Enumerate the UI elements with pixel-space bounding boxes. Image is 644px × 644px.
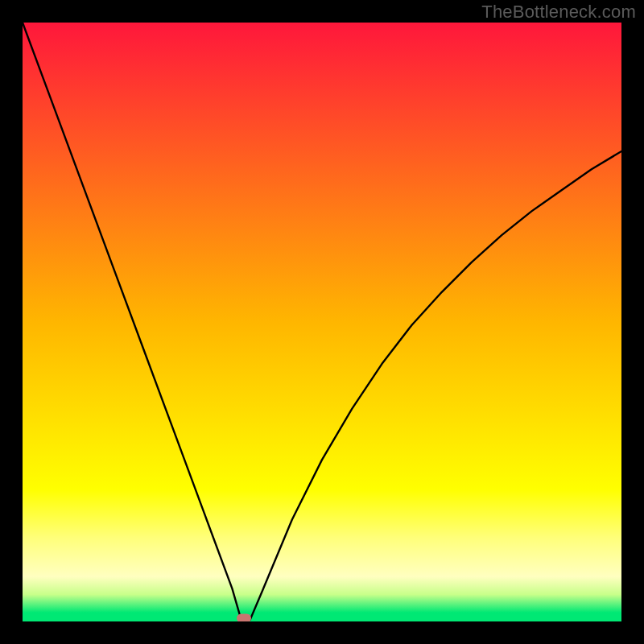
plot-area xyxy=(23,23,621,621)
watermark-text: TheBottleneck.com xyxy=(481,2,636,23)
bottleneck-curve xyxy=(23,23,621,621)
optimum-marker xyxy=(237,613,251,621)
chart-frame: TheBottleneck.com xyxy=(0,0,644,644)
